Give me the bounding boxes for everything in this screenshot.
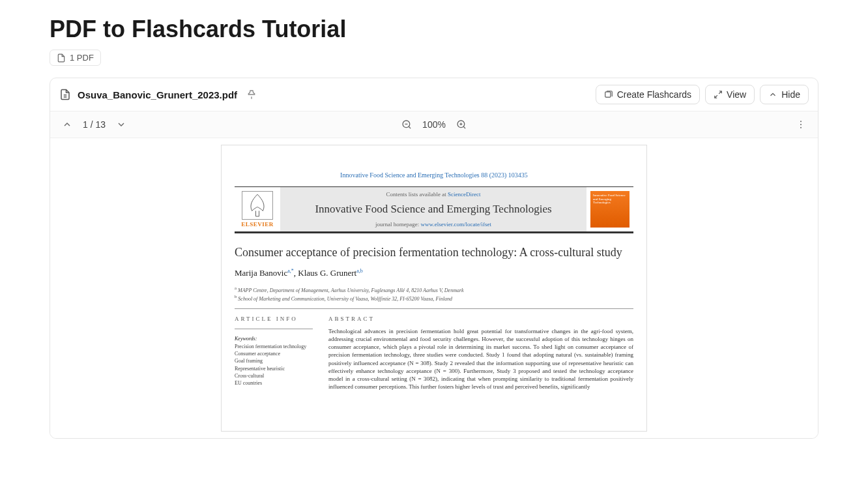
pdf-page: Innovative Food Science and Emerging Tec… <box>221 145 647 432</box>
prev-page-button[interactable] <box>59 117 75 132</box>
pdf-count-badge: 1 PDF <box>50 50 101 66</box>
svg-point-12 <box>800 127 802 128</box>
sciencedirect-link[interactable]: ScienceDirect <box>448 191 480 198</box>
file-name: Osuva_Banovic_Grunert_2023.pdf <box>78 89 237 100</box>
more-vertical-icon <box>796 119 806 130</box>
zoom-out-button[interactable] <box>399 117 414 132</box>
page-title: PDF to Flashcards Tutorial <box>50 16 818 43</box>
affiliation-a: a MAPP Centre, Department of Management,… <box>235 286 633 293</box>
file-icon <box>57 53 66 63</box>
svg-rect-2 <box>605 92 610 97</box>
panel-header: Osuva_Banovic_Grunert_2023.pdf Create Fl… <box>50 78 818 111</box>
elsevier-tree-icon <box>242 191 273 220</box>
zoom-in-icon <box>456 119 467 130</box>
article-title: Consumer acceptance of precision ferment… <box>235 245 633 260</box>
chevron-up-icon <box>62 119 72 130</box>
page-indicator: 1 / 13 <box>83 119 106 130</box>
article-info-heading: ARTICLE INFO <box>235 316 313 322</box>
pin-icon <box>246 89 257 100</box>
svg-line-4 <box>409 126 411 128</box>
citation-line: Innovative Food Science and Emerging Tec… <box>235 171 633 179</box>
authors: Marija Banovica,*, Klaus G. Grunerta,b <box>235 268 633 278</box>
pdf-toolbar: 1 / 13 100% <box>50 111 818 138</box>
svg-point-10 <box>800 121 802 122</box>
hide-button[interactable]: Hide <box>760 85 809 104</box>
svg-line-7 <box>463 126 465 128</box>
elsevier-logo: ELSEVIER <box>235 187 280 231</box>
svg-point-11 <box>800 124 802 125</box>
abstract-heading: ABSTRACT <box>328 316 633 322</box>
pdf-panel: Osuva_Banovic_Grunert_2023.pdf Create Fl… <box>50 78 818 439</box>
journal-banner: ELSEVIER Contents lists available at Sci… <box>235 186 633 233</box>
zoom-in-button[interactable] <box>454 117 469 132</box>
keywords-list: Precision fermentation technologyConsume… <box>235 343 313 387</box>
journal-name: Innovative Food Science and Emerging Tec… <box>287 203 580 216</box>
pdf-viewer[interactable]: Innovative Food Science and Emerging Tec… <box>50 138 818 438</box>
more-menu-button[interactable] <box>793 117 809 132</box>
journal-homepage-link[interactable]: www.elsevier.com/locate/ifset <box>421 221 491 228</box>
chevron-down-icon <box>116 119 126 130</box>
document-icon <box>59 89 71 100</box>
create-flashcards-button[interactable]: Create Flashcards <box>596 85 700 104</box>
pin-button[interactable] <box>244 87 259 102</box>
view-button[interactable]: View <box>705 85 755 104</box>
expand-icon <box>714 90 723 99</box>
cards-icon <box>604 90 613 99</box>
journal-cover: Innovative Food Science and Emerging Tec… <box>590 191 629 228</box>
abstract-text: Technological advances in precision ferm… <box>328 327 633 391</box>
zoom-out-icon <box>401 119 412 130</box>
zoom-level: 100% <box>422 119 446 130</box>
affiliation-b: b School of Marketing and Communication,… <box>235 294 633 302</box>
next-page-button[interactable] <box>113 117 129 132</box>
chevron-up-icon <box>768 90 777 99</box>
svg-rect-13 <box>244 192 271 219</box>
